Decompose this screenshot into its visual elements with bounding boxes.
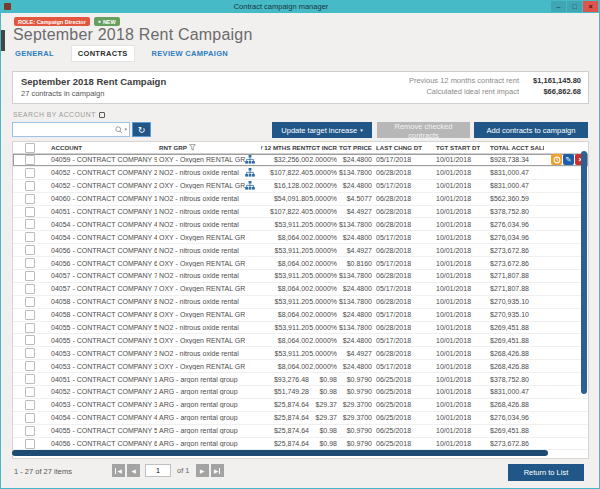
column-header-tgt-incr[interactable]: TGT INCR — [309, 144, 337, 151]
cell-prev-rent: $53,911.20 — [261, 247, 309, 254]
table-row[interactable]: 04059 - CONTRACT COMPANY 9 OXY - Oxygen … — [13, 154, 588, 167]
add-contracts-to-campaign-button[interactable]: Add contracts to campaign — [474, 122, 588, 138]
cell-tgt-incr: 2.0000% — [309, 311, 337, 318]
vertical-scrollbar[interactable] — [581, 151, 587, 394]
row-checkbox[interactable] — [25, 194, 35, 204]
row-checkbox[interactable] — [25, 400, 35, 410]
table-row[interactable]: 04052 - CONTRACT COMPANY 2 NO2 - nitrous… — [13, 167, 588, 180]
cell-last-chng: 05/17/2018 — [372, 285, 424, 292]
row-checkbox[interactable] — [25, 348, 35, 358]
table-row[interactable]: 04056 - CONTRACT COMPANY 6 ARG - argon r… — [13, 438, 588, 450]
column-header-tgt-start[interactable]: TGT START DT — [424, 144, 480, 151]
table-row[interactable]: 04054 - CONTRACT COMPANY 4 OXY - Oxygen … — [13, 231, 588, 244]
row-checkbox[interactable] — [25, 297, 35, 307]
cell-tgt-price: $0.8160 — [337, 260, 372, 267]
column-header-total-sales[interactable]: TOTAL ACCT SALES — [480, 144, 544, 151]
horizontal-scrollbar[interactable] — [12, 450, 548, 456]
cell-last-chng: 06/28/2018 — [372, 208, 424, 215]
refresh-button[interactable]: ↻ — [132, 122, 151, 137]
table-row[interactable]: 04053 - CONTRACT COMPANY 3 NO2 - nitrous… — [13, 347, 588, 360]
table-row[interactable]: 04054 - CONTRACT COMPANY 4 NO2 - nitrous… — [13, 218, 588, 231]
row-checkbox[interactable] — [25, 310, 35, 320]
table-row[interactable]: 04053 - CONTRACT COMPANY 3 ARG - argon r… — [13, 399, 588, 412]
table-row[interactable]: 04060 - CONTRACT COMPANY 10 NO2 - nitrou… — [13, 193, 588, 206]
column-header-prev-rent[interactable]: PREV 12 MTHS RENT — [261, 144, 309, 151]
tab-review-campaign[interactable]: REVIEW CAMPAIGN — [150, 46, 230, 61]
row-checkbox[interactable] — [25, 426, 35, 436]
row-checkbox[interactable] — [25, 219, 35, 229]
cell-tgt-price: $0.9790 — [337, 427, 372, 434]
row-checkbox[interactable] — [25, 181, 35, 191]
row-checkbox[interactable] — [25, 374, 35, 384]
row-checkbox[interactable] — [25, 439, 35, 449]
row-checkbox[interactable] — [25, 361, 35, 371]
table-row[interactable]: 04055 - CONTRACT COMPANY 5 NO2 - nitrous… — [13, 322, 588, 335]
cell-account: 04053 - CONTRACT COMPANY 3 — [47, 350, 157, 357]
prev-page-button[interactable]: ◀ — [127, 464, 140, 477]
cell-tgt-incr: 2.0000% — [309, 285, 337, 292]
collapsed-panel-handle[interactable] — [0, 30, 5, 51]
cell-account: 04058 - CONTRACT COMPANY 8 — [47, 311, 157, 318]
table-row[interactable]: 04051 - CONTRACT COMPANY 1 NO2 - nitrous… — [13, 206, 588, 219]
cell-last-chng: 06/25/2018 — [372, 427, 424, 434]
maximize-button[interactable]: □ — [567, 1, 582, 12]
table-row[interactable]: 04058 - CONTRACT COMPANY 8 OXY - Oxygen … — [13, 309, 588, 322]
column-header-tgt-price[interactable]: TGT PRICE — [337, 144, 372, 151]
cell-rnt-grp: ARG - argon rental group — [157, 388, 245, 395]
cell-tgt-incr: 5.0000% — [309, 247, 337, 254]
row-checkbox[interactable] — [25, 245, 35, 255]
tab-general[interactable]: GENERAL — [13, 46, 56, 61]
minimize-button[interactable]: – — [551, 1, 566, 12]
table-row[interactable]: 04058 - CONTRACT COMPANY 8 NO2 - nitrous… — [13, 296, 588, 309]
row-checkbox[interactable] — [25, 387, 35, 397]
cell-account: 04056 - CONTRACT COMPANY 6 — [47, 440, 157, 447]
table-row[interactable]: 04055 - CONTRACT COMPANY 5 OXY - Oxygen … — [13, 334, 588, 347]
row-checkbox[interactable] — [25, 413, 35, 423]
cell-prev-rent: $16,128.00 — [261, 182, 309, 189]
table-row[interactable]: 04057 - CONTRACT COMPANY 7 OXY - Oxygen … — [13, 283, 588, 296]
column-header-last-chng[interactable]: LAST CHNG DT — [372, 144, 424, 151]
row-checkbox[interactable] — [25, 155, 35, 165]
table-row[interactable]: 04052 - CONTRACT COMPANY 2 OXY - Oxygen … — [13, 180, 588, 193]
table-row[interactable]: 04056 - CONTRACT COMPANY 6 NO2 - nitrous… — [13, 244, 588, 257]
last-page-button[interactable]: ▶ — [211, 464, 224, 477]
table-row[interactable]: 04055 - CONTRACT COMPANY 5 ARG - argon r… — [13, 425, 588, 438]
search-dropdown-icon[interactable]: ▾ — [124, 127, 127, 132]
table-row[interactable]: 04052 - CONTRACT COMPANY 2 ARG - argon r… — [13, 386, 588, 399]
table-row[interactable]: 04053 - CONTRACT COMPANY 3 OXY - Oxygen … — [13, 360, 588, 373]
column-header-account[interactable]: ACCOUNT — [47, 144, 157, 151]
tab-contracts[interactable]: CONTRACTS — [72, 46, 134, 61]
search-input[interactable] — [13, 126, 115, 133]
select-all-checkbox[interactable] — [25, 143, 35, 153]
row-checkbox[interactable] — [25, 323, 35, 333]
cell-account: 04058 - CONTRACT COMPANY 8 — [47, 298, 157, 305]
table-row[interactable]: 04051 - CONTRACT COMPANY 1 ARG - argon r… — [13, 373, 588, 386]
close-button[interactable]: × — [583, 1, 598, 12]
cell-account: 04055 - CONTRACT COMPANY 5 — [47, 427, 157, 434]
cell-tgt-price: $0.9790 — [337, 388, 372, 395]
clock-icon[interactable] — [551, 154, 562, 165]
table-row[interactable]: 04056 - CONTRACT COMPANY 6 OXY - Oxygen … — [13, 257, 588, 270]
edit-icon[interactable]: ✎ — [563, 154, 574, 165]
summary-title: September 2018 Rent Campaign — [21, 76, 166, 87]
table-row[interactable]: 04057 - CONTRACT COMPANY 7 NO2 - nitrous… — [13, 270, 588, 283]
row-checkbox[interactable] — [25, 335, 35, 345]
column-header-rnt-grp[interactable]: RNT GRP — [157, 144, 245, 151]
row-checkbox[interactable] — [25, 232, 35, 242]
page-number-input[interactable] — [145, 464, 171, 477]
row-checkbox[interactable] — [25, 207, 35, 217]
cell-prev-rent: $8,064.00 — [261, 311, 309, 318]
remove-checked-contracts-button[interactable]: Remove checked contracts — [377, 122, 470, 138]
row-checkbox[interactable] — [25, 258, 35, 268]
first-page-button[interactable]: ◀ — [112, 464, 125, 477]
cell-rnt-grp: NO2 - nitrous oxide rental — [157, 221, 245, 228]
row-checkbox[interactable] — [25, 168, 35, 178]
cell-prev-rent: $53,911.20 — [261, 324, 309, 331]
row-checkbox[interactable] — [25, 284, 35, 294]
return-to-list-button[interactable]: Return to List — [508, 464, 584, 481]
filter-icon[interactable] — [189, 144, 196, 151]
table-row[interactable]: 04054 - CONTRACT COMPANY 4 ARG - argon r… — [13, 412, 588, 425]
update-target-increase-button[interactable]: Update target increase▾ — [272, 122, 372, 138]
next-page-button[interactable]: ▶ — [196, 464, 209, 477]
row-checkbox[interactable] — [25, 271, 35, 281]
